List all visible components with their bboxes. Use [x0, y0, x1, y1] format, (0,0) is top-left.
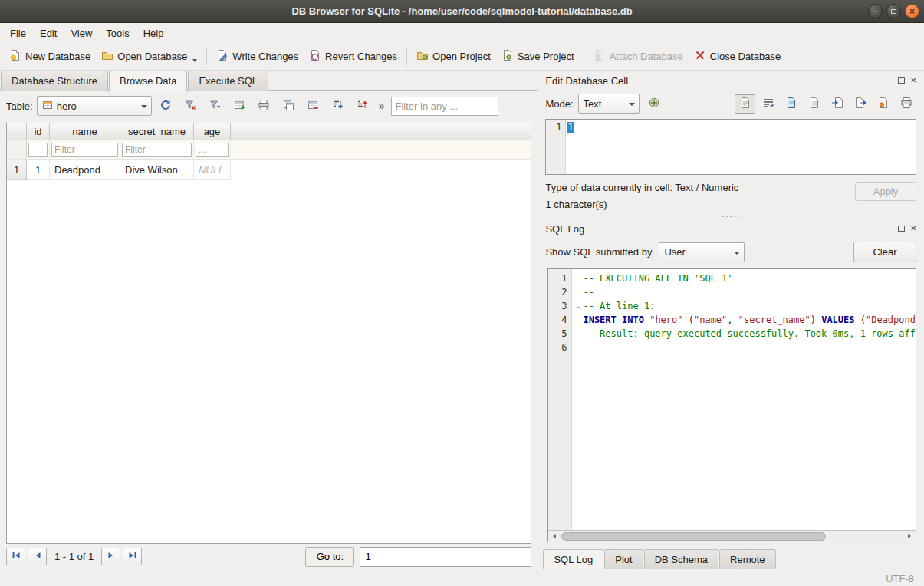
goto-button[interactable]: Go to: [305, 547, 354, 567]
sql-log-line: 5-- Result: query executed successfully.… [548, 327, 916, 341]
cell-editor[interactable]: 1 1 [545, 119, 916, 175]
import-cell-data-button[interactable] [827, 94, 847, 114]
save-cell-button[interactable] [804, 94, 824, 114]
sort-desc-button[interactable] [352, 97, 373, 116]
tab-sql-log[interactable]: SQL Log [543, 549, 603, 569]
open-database-button[interactable]: Open Database [96, 45, 202, 67]
previous-record-button[interactable] [28, 548, 47, 565]
save-project-button[interactable]: Save Project [496, 45, 580, 67]
encoding-indicator[interactable]: UTF-8 [886, 573, 914, 584]
column-header-name[interactable]: name [50, 123, 120, 140]
mode-selector[interactable]: Text [578, 94, 640, 114]
scroll-left-icon[interactable] [548, 531, 561, 542]
tab-remote[interactable]: Remote [719, 549, 776, 569]
sql-log-line: 4INSERT INTO "hero" ("name", "secret_nam… [548, 313, 916, 327]
filter-input-secret-name[interactable] [122, 143, 192, 157]
menu-edit[interactable]: Edit [33, 25, 64, 41]
duplicate-record-button[interactable] [278, 97, 299, 116]
filter-input-name[interactable] [51, 143, 118, 157]
clear-filters-button[interactable] [180, 97, 201, 116]
sql-token: -- [583, 287, 594, 298]
menu-view[interactable]: View [64, 25, 99, 41]
tab-browse-data[interactable]: Browse Data [109, 71, 187, 91]
table-selector[interactable]: hero [37, 96, 152, 116]
dock-close-icon[interactable]: × [910, 225, 916, 232]
delete-record-button[interactable] [303, 97, 324, 116]
maximize-icon[interactable] [886, 4, 901, 18]
filter-input-age[interactable] [196, 143, 229, 157]
refresh-button[interactable] [156, 97, 176, 116]
dock-float-icon[interactable] [898, 226, 905, 232]
last-record-button[interactable] [123, 548, 142, 565]
column-header-secret-name[interactable]: secret_name [120, 123, 194, 140]
dock-float-icon[interactable] [898, 77, 905, 84]
horizontal-scrollbar[interactable] [548, 530, 916, 542]
auto-switch-mode-button[interactable] [644, 94, 665, 114]
sql-log-title: SQL Log [545, 223, 584, 235]
goto-input[interactable] [360, 547, 531, 567]
line-number: 3 [548, 299, 571, 313]
main-toolbar: New Database Open Database Write Changes… [0, 43, 924, 71]
filter-any-input[interactable] [391, 97, 498, 116]
titlebar: DB Browser for SQLite - /home/user/code/… [0, 0, 924, 23]
tab-db-schema[interactable]: DB Schema [644, 549, 718, 569]
first-record-button[interactable] [6, 548, 25, 565]
sql-log-dock-titlebar: SQL Log × [538, 220, 924, 237]
word-wrap-button[interactable] [758, 94, 778, 114]
table-row: 1 1 Deadpond Dive Wilson NULL [7, 160, 531, 180]
close-database-button[interactable]: Close Database [689, 45, 787, 67]
cell-id[interactable]: 1 [27, 160, 50, 180]
open-database-label: Open Database [117, 51, 187, 62]
tab-plot[interactable]: Plot [604, 549, 643, 569]
apply-button[interactable]: Apply [855, 182, 916, 201]
sort-asc-button[interactable] [327, 97, 348, 116]
clear-log-button[interactable]: Clear [853, 242, 916, 262]
sql-log-editor[interactable]: 1−-- EXECUTING ALL IN 'SQL 1'2--3-- At l… [547, 268, 916, 542]
menu-tools[interactable]: Tools [99, 25, 136, 41]
scrollbar-thumb[interactable] [561, 532, 826, 541]
splitter-handle[interactable] [538, 212, 924, 220]
open-project-button[interactable]: Open Project [411, 45, 496, 67]
print-table-button[interactable] [254, 97, 275, 116]
export-cell-data-button[interactable] [850, 94, 870, 114]
sql-source-selector[interactable]: User [659, 242, 745, 262]
sql-code: -- At line 1: [583, 299, 916, 313]
pagination-text: 1 - 1 of 1 [54, 551, 94, 562]
filter-input-id[interactable] [28, 143, 48, 157]
minimize-icon[interactable]: − [868, 4, 883, 18]
row-number-cell[interactable]: 1 [7, 160, 27, 180]
print-cell-button[interactable] [896, 94, 916, 114]
cell-secret-name[interactable]: Dive Wilson [120, 160, 194, 180]
next-record-button[interactable] [101, 548, 120, 565]
cell-age[interactable]: NULL [194, 160, 231, 180]
open-in-editor-button[interactable] [781, 94, 801, 114]
menu-file[interactable]: File [3, 25, 33, 41]
open-database-dropdown-arrow-icon[interactable] [192, 59, 197, 62]
sql-log-line: 6 [548, 341, 916, 354]
line-number: 6 [548, 341, 571, 354]
revert-changes-button[interactable]: Revert Changes [304, 45, 403, 67]
fold-marker-icon[interactable]: − [571, 272, 583, 285]
set-null-button[interactable] [873, 94, 893, 114]
new-database-button[interactable]: New Database [4, 45, 96, 67]
cell-editor-content[interactable]: 1 [566, 120, 574, 174]
write-changes-button[interactable]: Write Changes [211, 45, 304, 67]
toolbar-overflow-chevron[interactable]: » [377, 100, 387, 112]
column-header-age[interactable]: age [194, 123, 231, 140]
column-header-id[interactable]: id [27, 123, 50, 140]
tab-execute-sql[interactable]: Execute SQL [188, 71, 268, 91]
tab-database-structure[interactable]: Database Structure [1, 71, 108, 91]
dock-close-icon[interactable]: × [910, 77, 916, 84]
text-document-icon [739, 97, 751, 111]
close-icon[interactable]: × [905, 4, 919, 18]
sql-token: "hero" [649, 314, 682, 325]
data-grid: id name secret_name age 1 [6, 123, 531, 544]
filter-options-button[interactable] [205, 97, 225, 116]
insert-record-button[interactable] [229, 97, 250, 116]
cell-name[interactable]: Deadpond [50, 160, 120, 180]
import-icon [831, 97, 843, 111]
text-mode-button[interactable] [735, 94, 755, 114]
menu-help[interactable]: Help [136, 25, 171, 41]
scroll-right-icon[interactable] [903, 531, 916, 542]
grid-corner-cell[interactable] [7, 123, 27, 140]
